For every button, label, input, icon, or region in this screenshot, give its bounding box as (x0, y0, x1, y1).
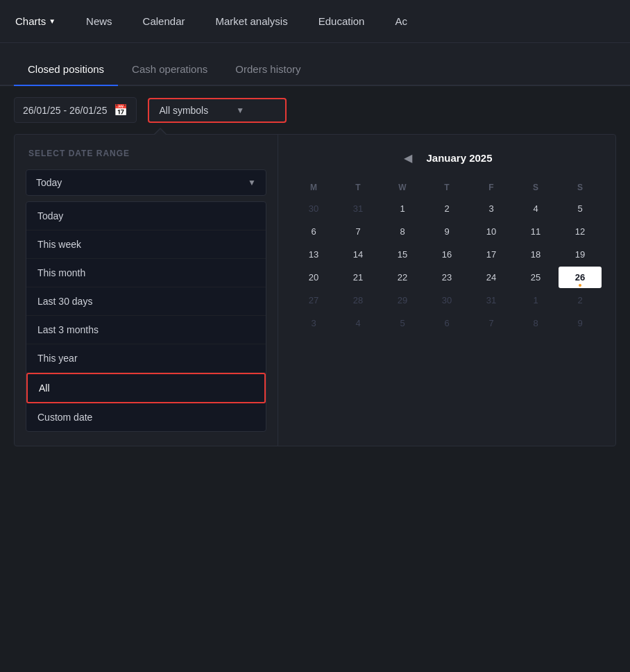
nav-item-market-analysis[interactable]: Market analysis (200, 0, 303, 42)
range-option-last-30-days-label: Last 30 days (37, 296, 92, 307)
date-range-picker[interactable]: 26/01/25 - 26/01/25 📅 (14, 97, 137, 123)
cal-day[interactable]: 18 (514, 244, 557, 265)
cal-header-mon: M (292, 178, 335, 196)
cal-day[interactable]: 24 (470, 267, 513, 288)
range-option-all[interactable]: All (26, 373, 266, 403)
symbols-value: All symbols (159, 105, 208, 116)
range-option-last-30-days[interactable]: Last 30 days (26, 287, 266, 316)
calendar-month-label: January 2025 (426, 152, 492, 164)
cal-day[interactable]: 10 (470, 221, 513, 242)
tab-cash-operations[interactable]: Cash operations (118, 63, 221, 86)
cal-day[interactable]: 19 (559, 244, 602, 265)
cal-day[interactable]: 3 (470, 198, 513, 219)
range-option-this-month-label: This month (37, 267, 85, 278)
nav-item-charts[interactable]: Charts ▼ (0, 0, 71, 42)
cal-day[interactable]: 2 (559, 289, 602, 311)
tab-orders-history[interactable]: Orders history (221, 63, 314, 86)
range-dropdown-label: Today (36, 177, 62, 188)
cal-day[interactable]: 9 (425, 221, 468, 242)
range-option-today-label: Today (37, 210, 63, 221)
cal-day[interactable]: 12 (559, 221, 602, 242)
range-dropdown-arrow: ▼ (248, 178, 256, 187)
cal-header-fri: F (470, 178, 513, 196)
cal-day[interactable]: 4 (514, 198, 557, 219)
cal-day[interactable]: 8 (514, 312, 557, 334)
date-range-selector: SELECT DATE RANGE Today ▼ Today This wee… (15, 135, 278, 446)
cal-day[interactable]: 5 (381, 312, 424, 334)
calendar-panel: ◀ January 2025 M T W T F S S 30 31 1 2 3… (278, 135, 615, 446)
cal-day[interactable]: 15 (381, 244, 424, 265)
cal-day[interactable]: 7 (470, 312, 513, 334)
range-option-last-3-months[interactable]: Last 3 months (26, 316, 266, 344)
select-date-range-label: SELECT DATE RANGE (15, 149, 278, 169)
cal-day[interactable]: 31 (337, 198, 380, 219)
cal-day[interactable]: 5 (559, 198, 602, 219)
cal-day[interactable]: 6 (292, 221, 335, 242)
nav-item-education[interactable]: Education (303, 0, 380, 42)
calendar-icon: 📅 (114, 103, 128, 117)
cal-day[interactable]: 30 (425, 289, 468, 311)
range-option-today[interactable]: Today (26, 202, 266, 230)
nav-item-calendar[interactable]: Calendar (128, 0, 201, 42)
ac-label: Ac (395, 15, 407, 27)
cal-day[interactable]: 22 (381, 267, 424, 288)
range-dropdown-trigger[interactable]: Today ▼ (26, 169, 266, 196)
cal-day[interactable]: 3 (292, 312, 335, 334)
tab-closed-positions[interactable]: Closed positions (14, 63, 118, 86)
nav-item-news[interactable]: News (71, 0, 128, 42)
range-option-custom-date[interactable]: Custom date (26, 403, 266, 431)
education-label: Education (318, 15, 365, 27)
range-option-last-3-months-label: Last 3 months (37, 324, 99, 335)
calendar-grid: M T W T F S S 30 31 1 2 3 4 5 6 7 8 9 10… (292, 178, 602, 334)
calendar-prev-button[interactable]: ◀ (401, 149, 415, 167)
range-option-this-week-label: This week (37, 239, 81, 250)
cal-day[interactable]: 11 (514, 221, 557, 242)
top-navigation: Charts ▼ News Calendar Market analysis E… (0, 0, 630, 43)
cal-day[interactable]: 30 (292, 198, 335, 219)
sub-tab-bar: Closed positions Cash operations Orders … (0, 43, 630, 86)
cal-day[interactable]: 28 (337, 289, 380, 311)
range-option-this-year[interactable]: This year (26, 344, 266, 373)
cal-day[interactable]: 29 (381, 289, 424, 311)
range-option-all-label: All (39, 383, 50, 394)
cal-day[interactable]: 1 (381, 198, 424, 219)
cal-day[interactable]: 2 (425, 198, 468, 219)
range-option-this-month[interactable]: This month (26, 259, 266, 287)
cal-day[interactable]: 27 (292, 289, 335, 311)
cal-day[interactable]: 7 (337, 221, 380, 242)
range-option-this-year-label: This year (37, 353, 78, 364)
date-range-panel: SELECT DATE RANGE Today ▼ Today This wee… (14, 134, 616, 446)
cal-day[interactable]: 8 (381, 221, 424, 242)
cal-header-tue: T (337, 178, 380, 196)
cal-header-sun: S (559, 178, 602, 196)
cal-day-today[interactable]: 26 (559, 267, 602, 288)
cal-day[interactable]: 13 (292, 244, 335, 265)
cal-header-wed: W (381, 178, 424, 196)
range-option-this-week[interactable]: This week (26, 230, 266, 259)
closed-positions-label: Closed positions (28, 63, 104, 75)
range-options-list: Today This week This month Last 30 days … (26, 201, 266, 432)
cal-day[interactable]: 9 (559, 312, 602, 334)
orders-history-label: Orders history (235, 63, 300, 75)
symbols-dropdown[interactable]: All symbols ▼ (148, 98, 287, 123)
news-label: News (86, 15, 112, 27)
cal-day[interactable]: 14 (337, 244, 380, 265)
calendar-header: ◀ January 2025 (292, 149, 602, 167)
cal-day[interactable]: 21 (337, 267, 380, 288)
cal-day[interactable]: 20 (292, 267, 335, 288)
charts-label: Charts (15, 15, 46, 27)
nav-item-ac[interactable]: Ac (380, 0, 423, 42)
cal-day[interactable]: 1 (514, 289, 557, 311)
cal-day[interactable]: 25 (514, 267, 557, 288)
calendar-label: Calendar (143, 15, 185, 27)
cal-day[interactable]: 6 (425, 312, 468, 334)
cal-day[interactable]: 23 (425, 267, 468, 288)
cal-day[interactable]: 4 (337, 312, 380, 334)
cal-header-sat: S (514, 178, 557, 196)
market-analysis-label: Market analysis (215, 15, 287, 27)
cal-day[interactable]: 16 (425, 244, 468, 265)
date-range-value: 26/01/25 - 26/01/25 (23, 105, 107, 116)
cal-day[interactable]: 31 (470, 289, 513, 311)
cal-day[interactable]: 17 (470, 244, 513, 265)
cash-operations-label: Cash operations (132, 63, 207, 75)
